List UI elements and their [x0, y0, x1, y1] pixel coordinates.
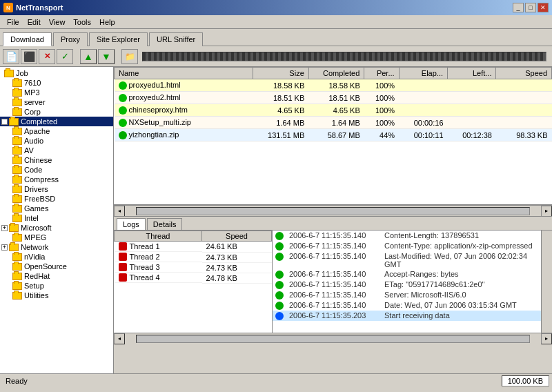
tree-item-completed[interactable]: - Completed [0, 117, 113, 126]
tree-item-av[interactable]: AV [0, 146, 113, 155]
table-row[interactable]: proxyedu2.html 18.51 KB 18.51 KB 100% [115, 92, 552, 104]
log-scrollbar[interactable] [541, 231, 552, 333]
tree-item-setup[interactable]: Setup [0, 281, 113, 291]
menu-help[interactable]: Help [95, 17, 119, 27]
thread-speed: 24.73 KB [202, 262, 272, 273]
tree-item-redhat[interactable]: RedHat [0, 271, 113, 281]
close-button[interactable]: ✕ [538, 3, 549, 12]
progress-toolbar [142, 52, 546, 61]
file-elapsed: 00:00:16 [399, 117, 447, 129]
log-entry: 2006-6-7 11:15:35.140 Last-Modified: Wed… [273, 251, 541, 269]
tree-item-code[interactable]: Code [0, 165, 113, 175]
tree-item-mp3[interactable]: MP3 [0, 88, 113, 97]
new-button[interactable]: 📄 [3, 49, 19, 64]
tab-url-sniffer[interactable]: URL Sniffer [149, 32, 203, 46]
tree-label-microsoft: Microsoft [21, 224, 52, 232]
table-row[interactable]: chineseproxy.htm 4.65 KB 4.65 KB 100% [115, 104, 552, 117]
tree-item-mpeg[interactable]: MPEG [0, 233, 113, 242]
file-table: Name Size Completed Per... Elap... Left.… [114, 67, 552, 141]
maximize-button[interactable]: □ [525, 3, 536, 12]
h-scroll-track[interactable] [136, 207, 530, 215]
tab-download[interactable]: Download [3, 32, 52, 46]
status-icon [119, 131, 127, 139]
tree-item-freebsd[interactable]: FreeBSD [0, 194, 113, 204]
scroll-right-btn[interactable]: ▸ [541, 206, 552, 217]
folder-icon-microsoft [9, 224, 19, 232]
up-button[interactable]: ▲ [80, 49, 97, 64]
tree-item-network[interactable]: + Network [0, 242, 113, 252]
col-percent[interactable]: Per... [364, 68, 399, 79]
tree-item-utilities[interactable]: Utilities [0, 291, 113, 300]
tree-item-server[interactable]: server [0, 97, 113, 107]
thread-icon [119, 273, 127, 282]
col-size[interactable]: Size [253, 68, 309, 79]
menu-file[interactable]: File [3, 17, 23, 27]
tree-item-microsoft[interactable]: + Microsoft [0, 223, 113, 233]
log-entry: 2006-6-7 11:15:35.140 ETag: "05917714689… [273, 280, 541, 290]
menu-tools[interactable]: Tools [69, 17, 95, 27]
menu-bar: File Edit View Tools Help [0, 15, 552, 29]
thread-row: Thread 4 24.78 KB [115, 273, 272, 283]
log-scroll-track[interactable] [136, 335, 530, 343]
tree-expand-microsoft[interactable]: + [1, 225, 8, 231]
menu-view[interactable]: View [45, 17, 70, 27]
tree-item-7610[interactable]: 7610 [0, 78, 113, 88]
thread-table: Thread Speed Thread 1 24.61 KB Thread 2 … [114, 231, 272, 284]
col-speed[interactable]: Speed [496, 68, 552, 79]
col-left[interactable]: Left... [448, 68, 496, 79]
file-name: yizhongtian.zip [115, 129, 253, 141]
tree-expand-network[interactable]: + [1, 244, 8, 251]
folder-button[interactable]: 📁 [121, 49, 138, 64]
menu-edit[interactable]: Edit [23, 17, 45, 27]
log-tab-details[interactable]: Details [147, 218, 183, 230]
delete-button[interactable]: ✕ [39, 49, 55, 64]
log-time: 2006-6-7 11:15:35.140 [289, 231, 379, 240]
log-tab-logs[interactable]: Logs [117, 218, 146, 230]
tree-label-chinese: Chinese [24, 156, 52, 164]
col-completed[interactable]: Completed [308, 68, 364, 79]
stop-button[interactable]: ⬛ [21, 49, 37, 64]
tree-label-setup: Setup [24, 282, 44, 290]
tree-item-compress[interactable]: Compress [0, 175, 113, 184]
table-row[interactable]: proxyedu1.html 18.58 KB 18.58 KB 100% [115, 79, 552, 92]
table-row[interactable]: NXSetup_multi.zip 1.64 MB 1.64 MB 100% 0… [115, 117, 552, 129]
tree-label-redhat: RedHat [24, 272, 50, 280]
tree-label-drivers: Drivers [24, 185, 48, 193]
file-left: 00:12:38 [448, 129, 496, 141]
tab-proxy[interactable]: Proxy [53, 32, 88, 46]
minimize-button[interactable]: _ [513, 3, 524, 12]
file-percent: 100% [364, 79, 399, 92]
folder-icon-intel [12, 215, 22, 222]
col-name[interactable]: Name [115, 68, 253, 79]
log-scroll-left[interactable]: ◂ [114, 333, 125, 344]
file-name: NXSetup_multi.zip [115, 117, 253, 129]
log-entry: 2006-6-7 11:15:35.140 Accept-Ranges: byt… [273, 269, 541, 280]
file-left [448, 92, 496, 104]
tab-site-explorer[interactable]: Site Explorer [89, 32, 148, 46]
tree-label-code: Code [24, 166, 42, 174]
table-row[interactable]: yizhongtian.zip 131.51 MB 58.67 MB 44% 0… [115, 129, 552, 141]
tree-item-drivers[interactable]: Drivers [0, 184, 113, 194]
confirm-button[interactable]: ✓ [57, 49, 73, 64]
file-size: 1.64 MB [253, 117, 309, 129]
tree-item-apache[interactable]: Apache [0, 126, 113, 136]
down-button[interactable]: ▼ [98, 49, 115, 64]
log-scroll-right[interactable]: ▸ [541, 333, 552, 344]
col-elapsed[interactable]: Elap... [399, 68, 447, 79]
tree-expand-completed[interactable]: - [1, 119, 8, 125]
tree-item-games[interactable]: Games [0, 204, 113, 213]
file-speed [496, 117, 552, 129]
tree-item-nvidia[interactable]: nVidia [0, 252, 113, 262]
tree-item-opensource[interactable]: OpenSource [0, 262, 113, 271]
status-size: 100.00 KB [502, 375, 549, 386]
tree-item-audio[interactable]: Audio [0, 136, 113, 146]
folder-icon-games [12, 205, 22, 213]
tree-item-chinese[interactable]: Chinese [0, 155, 113, 165]
scroll-left-btn[interactable]: ◂ [114, 206, 125, 217]
thread-icon [119, 253, 127, 261]
file-name: proxyedu2.html [115, 92, 253, 104]
tree-item-corp[interactable]: Corp [0, 107, 113, 117]
tree-item-intel[interactable]: Intel [0, 213, 113, 223]
file-completed: 58.67 MB [308, 129, 364, 141]
tree-item-job[interactable]: Job [0, 68, 113, 78]
